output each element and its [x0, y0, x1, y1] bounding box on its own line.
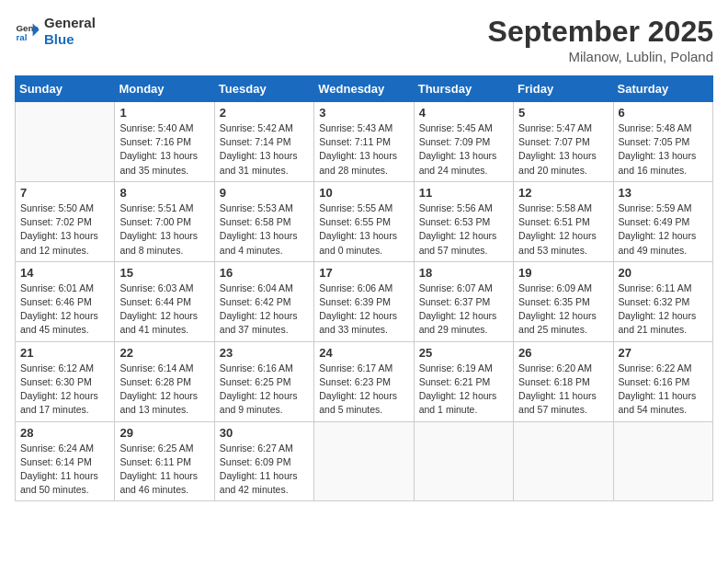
day-number: 14 [20, 266, 109, 280]
calendar-cell [414, 421, 513, 501]
location: Milanow, Lublin, Poland [488, 49, 713, 64]
day-number: 19 [518, 266, 608, 280]
day-info: Sunrise: 6:12 AMSunset: 6:30 PMDaylight:… [20, 362, 109, 418]
day-number: 1 [119, 106, 209, 120]
day-number: 15 [119, 266, 209, 280]
day-number: 4 [419, 106, 508, 120]
logo-line2: Blue [44, 31, 96, 48]
logo-line1: General [44, 15, 96, 31]
day-number: 27 [619, 346, 708, 360]
calendar-week-row: 28Sunrise: 6:24 AMSunset: 6:14 PMDayligh… [16, 421, 713, 501]
calendar-cell: 22Sunrise: 6:14 AMSunset: 6:28 PMDayligh… [115, 341, 214, 421]
day-number: 21 [20, 346, 109, 360]
calendar-cell: 27Sunrise: 6:22 AMSunset: 6:16 PMDayligh… [613, 341, 712, 421]
day-info: Sunrise: 6:06 AMSunset: 6:39 PMDaylight:… [319, 282, 408, 338]
weekday-label: Friday [514, 76, 613, 102]
day-info: Sunrise: 6:25 AMSunset: 6:11 PMDaylight:… [119, 442, 209, 498]
day-number: 9 [220, 186, 309, 200]
calendar-cell: 8Sunrise: 5:51 AMSunset: 7:00 PMDaylight… [115, 181, 214, 261]
day-number: 16 [220, 266, 309, 280]
day-info: Sunrise: 6:07 AMSunset: 6:37 PMDaylight:… [419, 282, 508, 338]
day-info: Sunrise: 6:14 AMSunset: 6:28 PMDaylight:… [119, 362, 209, 418]
calendar-week-row: 14Sunrise: 6:01 AMSunset: 6:46 PMDayligh… [16, 261, 713, 341]
day-number: 7 [20, 186, 109, 200]
calendar-cell: 23Sunrise: 6:16 AMSunset: 6:25 PMDayligh… [214, 341, 313, 421]
weekday-label: Wednesday [314, 76, 414, 102]
calendar-cell: 19Sunrise: 6:09 AMSunset: 6:35 PMDayligh… [514, 261, 613, 341]
weekday-label: Saturday [613, 76, 712, 102]
weekday-label: Sunday [16, 76, 115, 102]
calendar-body: 1Sunrise: 5:40 AMSunset: 7:16 PMDaylight… [16, 102, 713, 501]
calendar-cell: 15Sunrise: 6:03 AMSunset: 6:44 PMDayligh… [115, 261, 214, 341]
day-number: 22 [119, 346, 209, 360]
calendar-cell: 12Sunrise: 5:58 AMSunset: 6:51 PMDayligh… [514, 181, 613, 261]
day-info: Sunrise: 5:56 AMSunset: 6:53 PMDaylight:… [419, 201, 508, 258]
day-info: Sunrise: 5:58 AMSunset: 6:51 PMDaylight:… [518, 201, 608, 258]
day-number: 2 [220, 106, 309, 120]
calendar-cell: 2Sunrise: 5:42 AMSunset: 7:14 PMDaylight… [214, 102, 313, 182]
month-title: September 2025 [488, 15, 713, 49]
calendar-week-row: 7Sunrise: 5:50 AMSunset: 7:02 PMDaylight… [16, 181, 713, 261]
calendar-cell: 28Sunrise: 6:24 AMSunset: 6:14 PMDayligh… [16, 421, 115, 501]
day-info: Sunrise: 6:27 AMSunset: 6:09 PMDaylight:… [220, 442, 309, 498]
day-number: 13 [619, 186, 708, 200]
calendar-week-row: 21Sunrise: 6:12 AMSunset: 6:30 PMDayligh… [16, 341, 713, 421]
day-info: Sunrise: 6:17 AMSunset: 6:23 PMDaylight:… [319, 362, 408, 418]
day-number: 25 [419, 346, 508, 360]
day-info: Sunrise: 6:16 AMSunset: 6:25 PMDaylight:… [220, 362, 309, 418]
day-number: 20 [619, 266, 708, 280]
day-number: 28 [20, 426, 109, 440]
title-block: September 2025 Milanow, Lublin, Poland [488, 15, 713, 64]
day-number: 30 [220, 426, 309, 440]
calendar-cell [314, 421, 414, 501]
calendar-cell: 9Sunrise: 5:53 AMSunset: 6:58 PMDaylight… [214, 181, 313, 261]
day-number: 6 [619, 106, 708, 120]
calendar-week-row: 1Sunrise: 5:40 AMSunset: 7:16 PMDaylight… [16, 102, 713, 182]
day-number: 3 [319, 106, 408, 120]
calendar-cell: 6Sunrise: 5:48 AMSunset: 7:05 PMDaylight… [613, 102, 712, 182]
day-number: 24 [319, 346, 408, 360]
calendar-cell: 4Sunrise: 5:45 AMSunset: 7:09 PMDaylight… [414, 102, 513, 182]
day-info: Sunrise: 6:09 AMSunset: 6:35 PMDaylight:… [518, 282, 608, 338]
day-number: 10 [319, 186, 408, 200]
day-number: 11 [419, 186, 508, 200]
day-info: Sunrise: 5:59 AMSunset: 6:49 PMDaylight:… [619, 201, 708, 258]
day-info: Sunrise: 6:04 AMSunset: 6:42 PMDaylight:… [220, 282, 309, 338]
day-number: 26 [518, 346, 608, 360]
weekday-header-row: SundayMondayTuesdayWednesdayThursdayFrid… [16, 76, 713, 102]
calendar-cell [16, 102, 115, 182]
calendar-cell: 11Sunrise: 5:56 AMSunset: 6:53 PMDayligh… [414, 181, 513, 261]
calendar-cell: 21Sunrise: 6:12 AMSunset: 6:30 PMDayligh… [16, 341, 115, 421]
day-number: 29 [119, 426, 209, 440]
calendar-cell: 26Sunrise: 6:20 AMSunset: 6:18 PMDayligh… [514, 341, 613, 421]
calendar-cell: 25Sunrise: 6:19 AMSunset: 6:21 PMDayligh… [414, 341, 513, 421]
calendar-cell: 29Sunrise: 6:25 AMSunset: 6:11 PMDayligh… [115, 421, 214, 501]
day-info: Sunrise: 5:51 AMSunset: 7:00 PMDaylight:… [119, 201, 209, 258]
day-info: Sunrise: 5:55 AMSunset: 6:55 PMDaylight:… [319, 201, 408, 258]
day-info: Sunrise: 5:43 AMSunset: 7:11 PMDaylight:… [319, 121, 408, 178]
day-info: Sunrise: 6:19 AMSunset: 6:21 PMDaylight:… [419, 362, 508, 418]
calendar-cell: 14Sunrise: 6:01 AMSunset: 6:46 PMDayligh… [16, 261, 115, 341]
day-info: Sunrise: 5:45 AMSunset: 7:09 PMDaylight:… [419, 121, 508, 178]
calendar-cell: 13Sunrise: 5:59 AMSunset: 6:49 PMDayligh… [613, 181, 712, 261]
calendar-cell [613, 421, 712, 501]
svg-text:ral: ral [16, 32, 27, 42]
day-number: 18 [419, 266, 508, 280]
day-info: Sunrise: 5:48 AMSunset: 7:05 PMDaylight:… [619, 121, 708, 178]
day-info: Sunrise: 6:20 AMSunset: 6:18 PMDaylight:… [518, 362, 608, 418]
calendar-cell [514, 421, 613, 501]
day-info: Sunrise: 6:03 AMSunset: 6:44 PMDaylight:… [119, 282, 209, 338]
day-number: 8 [119, 186, 209, 200]
weekday-label: Tuesday [214, 76, 313, 102]
day-info: Sunrise: 5:47 AMSunset: 7:07 PMDaylight:… [518, 121, 608, 178]
calendar-cell: 18Sunrise: 6:07 AMSunset: 6:37 PMDayligh… [414, 261, 513, 341]
day-number: 17 [319, 266, 408, 280]
calendar-cell: 20Sunrise: 6:11 AMSunset: 6:32 PMDayligh… [613, 261, 712, 341]
day-number: 5 [518, 106, 608, 120]
weekday-label: Monday [115, 76, 214, 102]
calendar-cell: 1Sunrise: 5:40 AMSunset: 7:16 PMDaylight… [115, 102, 214, 182]
weekday-label: Thursday [414, 76, 513, 102]
day-info: Sunrise: 5:42 AMSunset: 7:14 PMDaylight:… [220, 121, 309, 178]
logo: Gene ral General Blue [15, 15, 96, 48]
logo-icon: Gene ral [15, 18, 40, 44]
